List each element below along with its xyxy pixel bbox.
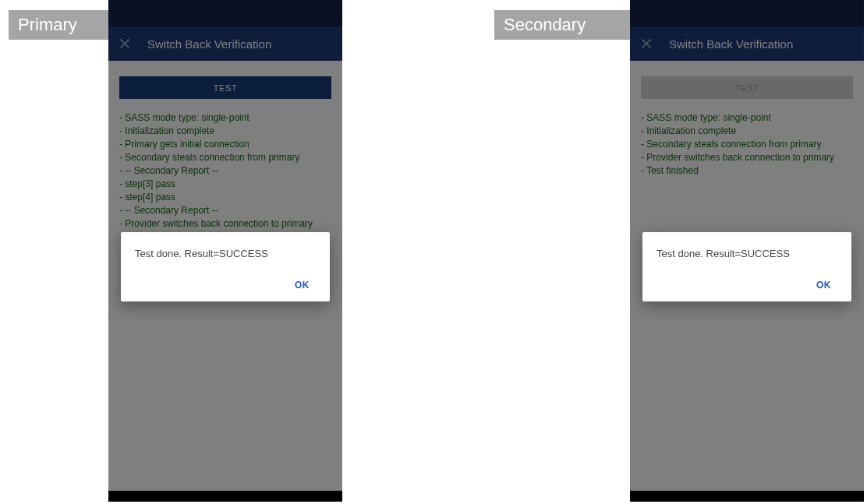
- result-dialog: Test done. Result=SUCCESS OK: [642, 232, 851, 301]
- secondary-phone: Switch Back Verification TEST SASS mode …: [630, 0, 864, 502]
- dialog-message: Test done. Result=SUCCESS: [135, 248, 316, 259]
- primary-phone: Switch Back Verification TEST SASS mode …: [108, 0, 342, 502]
- primary-tag: Primary: [9, 10, 108, 40]
- secondary-tag: Secondary: [494, 10, 630, 40]
- ok-button[interactable]: OK: [288, 275, 316, 295]
- ok-button[interactable]: OK: [810, 275, 837, 295]
- result-dialog: Test done. Result=SUCCESS OK: [121, 232, 330, 301]
- dialog-message: Test done. Result=SUCCESS: [656, 248, 837, 259]
